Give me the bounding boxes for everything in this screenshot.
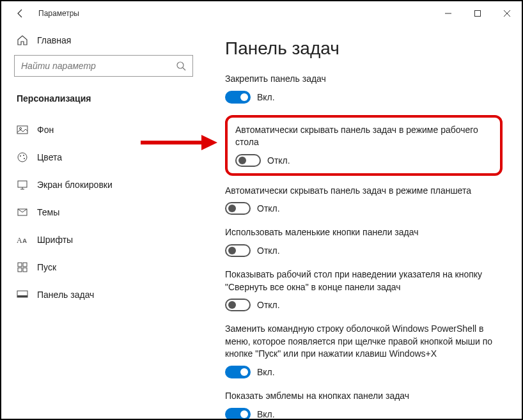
back-button[interactable] (8, 1, 33, 26)
highlight-annotation: Автоматически скрывать панель задач в ре… (225, 115, 503, 176)
svg-rect-17 (18, 268, 22, 272)
setting-autohide-desktop: Автоматически скрывать панель задач в ре… (235, 124, 492, 167)
toggle-state: Откл. (257, 245, 280, 256)
toggle-switch[interactable] (225, 299, 251, 311)
section-label: Персонализация (14, 88, 193, 109)
themes-icon (17, 206, 28, 218)
picture-icon (17, 124, 28, 136)
toggle-state: Откл. (257, 203, 280, 214)
setting-badges: Показать эмблемы на кнопках панели задач… (225, 390, 503, 419)
close-button[interactable] (492, 1, 522, 26)
svg-point-6 (18, 153, 27, 162)
sidebar-item-label: Пуск (37, 262, 56, 272)
sidebar: Главная Персонализация Фон Цвета (1, 26, 206, 419)
taskbar-icon (17, 289, 28, 300)
svg-line-3 (183, 68, 185, 70)
svg-point-2 (177, 62, 183, 68)
sidebar-item-taskbar[interactable]: Панель задач (14, 281, 193, 309)
setting-autohide-tablet: Автоматически скрывать панель задач в ре… (225, 185, 503, 215)
svg-point-9 (24, 158, 25, 159)
toggle-switch[interactable] (225, 366, 251, 378)
setting-label: Использовать маленькие кнопки панели зад… (225, 226, 494, 239)
setting-peek: Показывать рабочий стол при наведении ук… (225, 268, 503, 311)
setting-small-buttons: Использовать маленькие кнопки панели зад… (225, 226, 503, 257)
sidebar-item-label: Шрифты (37, 235, 73, 245)
sidebar-item-themes[interactable]: Темы (14, 199, 193, 226)
sidebar-item-label: Темы (37, 207, 59, 217)
setting-label: Закрепить панель задач (225, 73, 494, 86)
toggle-switch[interactable] (225, 91, 251, 104)
svg-rect-16 (23, 263, 27, 267)
home-icon (17, 35, 28, 46)
setting-lock-taskbar: Закрепить панель задач Вкл. (225, 73, 503, 104)
svg-point-8 (23, 155, 24, 156)
toggle-switch[interactable] (225, 202, 251, 215)
setting-label: Заменить командную строку оболочкой Wind… (225, 323, 494, 361)
svg-point-5 (20, 128, 22, 130)
toggle-switch[interactable] (235, 154, 261, 167)
svg-rect-20 (17, 295, 27, 297)
svg-rect-18 (23, 268, 27, 272)
maximize-button[interactable] (463, 1, 492, 26)
setting-label: Показывать рабочий стол при наведении ук… (225, 268, 494, 293)
toggle-state: Вкл. (257, 367, 275, 377)
toggle-state: Вкл. (257, 92, 275, 102)
sidebar-item-background[interactable]: Фон (14, 116, 193, 144)
start-icon (17, 261, 28, 273)
content-area: Панель задач Закрепить панель задач Вкл.… (206, 26, 522, 419)
svg-text:Aᴀ: Aᴀ (17, 236, 27, 244)
sidebar-item-fonts[interactable]: Aᴀ Шрифты (14, 226, 193, 254)
search-icon (176, 61, 186, 71)
fonts-icon: Aᴀ (17, 234, 28, 245)
sidebar-item-label: Фон (37, 125, 54, 135)
setting-powershell: Заменить командную строку оболочкой Wind… (225, 323, 503, 378)
search-box[interactable] (14, 55, 193, 77)
sidebar-item-label: Панель задач (37, 290, 94, 300)
palette-icon (17, 152, 28, 163)
home-label: Главная (37, 35, 71, 45)
search-input[interactable] (21, 61, 176, 71)
sidebar-item-label: Экран блокировки (37, 180, 113, 190)
titlebar: Параметры (1, 1, 522, 26)
toggle-switch[interactable] (225, 408, 251, 419)
setting-label: Показать эмблемы на кнопках панели задач (225, 390, 494, 403)
window-title: Параметры (38, 9, 79, 18)
toggle-state: Откл. (257, 300, 280, 310)
sidebar-item-start[interactable]: Пуск (14, 254, 193, 281)
setting-label: Автоматически скрывать панель задач в ре… (225, 185, 494, 198)
minimize-button[interactable] (433, 1, 463, 26)
svg-rect-10 (18, 181, 27, 187)
lockscreen-icon (17, 179, 28, 191)
svg-rect-15 (18, 263, 22, 267)
sidebar-item-label: Цвета (37, 152, 62, 162)
home-button[interactable]: Главная (14, 26, 193, 55)
toggle-switch[interactable] (225, 244, 251, 257)
svg-rect-1 (475, 11, 481, 17)
svg-point-7 (20, 155, 21, 157)
toggle-state: Откл. (267, 155, 290, 166)
toggle-state: Вкл. (257, 409, 275, 419)
setting-label: Автоматически скрывать панель задач в ре… (235, 124, 492, 149)
sidebar-item-lockscreen[interactable]: Экран блокировки (14, 171, 193, 199)
page-title: Панель задач (225, 38, 503, 59)
sidebar-item-colors[interactable]: Цвета (14, 144, 193, 171)
